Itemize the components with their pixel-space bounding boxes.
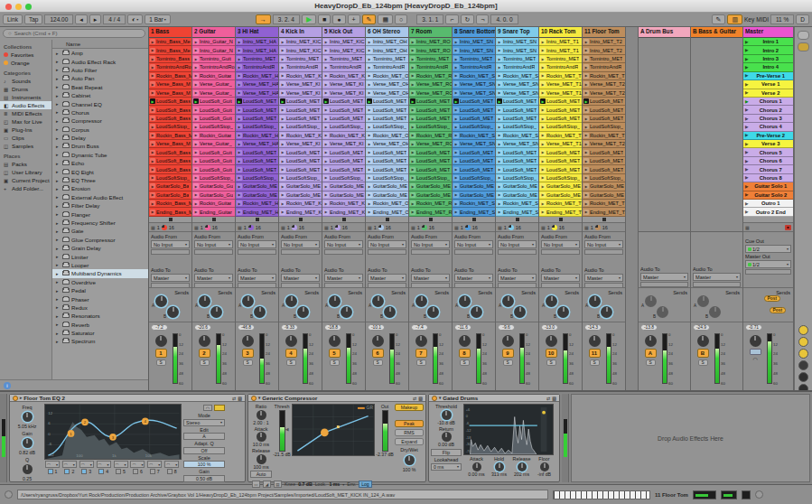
ratio-value[interactable]: 2.00 : 1	[250, 420, 272, 426]
clip-launch-icon[interactable]: ▶	[453, 56, 459, 61]
expand-arrow-icon[interactable]: ▸	[56, 186, 61, 191]
clip-launch-icon[interactable]: ▶	[367, 158, 372, 163]
audio-to-select[interactable]: Master▾	[454, 274, 493, 282]
show-crossfader-toggle[interactable]	[798, 384, 808, 390]
scene-launch-icon[interactable]: ▶	[745, 175, 748, 180]
scene-slot[interactable]: ▶Guitar Solo 1	[743, 182, 793, 191]
hold-value[interactable]: 313 ms	[491, 471, 507, 478]
track-header[interactable]: 7 Room	[409, 27, 452, 38]
clip-slot[interactable]: ▶Ending_Guitar	[192, 208, 235, 216]
clip-launch-icon[interactable]: ▶	[280, 133, 285, 138]
clip-slot[interactable]: ▶Intro_MET_KIC	[279, 46, 322, 54]
clip-launch-icon[interactable]: ▶	[150, 39, 155, 44]
clip-slot[interactable]: ▶LoudSoft_MET	[366, 115, 408, 123]
clip-slot[interactable]: ▶Rockin_MET_K	[279, 200, 322, 208]
clip-launch-icon[interactable]: ▶	[583, 167, 589, 173]
track-header[interactable]: 2 Guitar	[192, 27, 235, 38]
clip-launch-icon[interactable]: ▶	[150, 124, 155, 129]
clip-stop-button[interactable]	[386, 218, 389, 221]
scene-slot[interactable]: ▶Chorus 1	[743, 98, 793, 106]
solo-button[interactable]: S	[460, 359, 470, 366]
clip-slot[interactable]: ▶GuitarSolo_ME	[539, 182, 582, 191]
scene-slot[interactable]: ▶Chorus 3	[743, 115, 793, 123]
clip-slot[interactable]: ▶Verse_MET_T1	[539, 80, 582, 89]
clip-slot[interactable]: ▶Verse_Bass_M	[149, 89, 191, 98]
browser-device-drum-buss[interactable]: ▸Drum Buss	[52, 142, 148, 150]
clip-slot[interactable]: ▶LoudSoftStop_	[192, 174, 235, 182]
clip-launch-icon[interactable]: ▶	[583, 158, 589, 163]
clip-launch-icon[interactable]: ▶	[193, 150, 199, 155]
clip-launch-icon[interactable]: ▶	[583, 141, 589, 146]
punch-out-button[interactable]: ¬	[476, 14, 489, 24]
clip-slot[interactable]: ▶Rockin_MET_O	[366, 132, 408, 140]
clip-slot[interactable]: ▶GuitarSolo_ME	[496, 182, 538, 191]
clip-launch-icon[interactable]: ▶	[193, 107, 199, 113]
ratio-knob[interactable]	[257, 410, 266, 420]
clip-launch-icon[interactable]: ▶	[367, 192, 372, 198]
clip-stop-button[interactable]	[429, 218, 433, 221]
clip-launch-icon[interactable]: ▶	[323, 183, 329, 189]
scene-slot[interactable]: ▶Chorus 7	[743, 165, 793, 173]
track-header[interactable]: 5 Kick Out	[322, 27, 365, 38]
audio-to-select[interactable]: Master▾	[238, 274, 276, 282]
audio-to-select[interactable]: Master▾	[640, 273, 688, 281]
clip-launch-icon[interactable]: ▶	[583, 81, 589, 87]
clip-launch-icon[interactable]: ▶	[280, 107, 285, 113]
link-button[interactable]: Link	[3, 14, 23, 24]
clip-slot[interactable]: ▶Rockin_Guitar	[192, 132, 235, 140]
clip-launch-icon[interactable]: ▶	[323, 175, 329, 181]
dry-wet-knob[interactable]	[405, 455, 415, 465]
clip-stop-button[interactable]	[299, 218, 303, 221]
clip-slot[interactable]: ▶Rockin_Guitar	[192, 72, 235, 80]
clip-slot[interactable]: ▶Tomintro_MET	[453, 55, 495, 63]
floor-knob[interactable]	[540, 462, 549, 471]
clip-slot[interactable]: ▶LoudSoft_MET	[322, 148, 365, 156]
audio-from-select[interactable]: No Input▾	[411, 240, 450, 248]
clip-slot[interactable]: ▶LoudSoft_Bass	[149, 157, 191, 165]
clip-slot[interactable]: ▶Intro_Guitar_N	[192, 38, 235, 46]
browser-device-flanger[interactable]: ▸Flanger	[52, 210, 148, 218]
hold-knob[interactable]	[495, 462, 504, 471]
band-enable-checkbox[interactable]	[98, 469, 104, 474]
clip-slot[interactable]: ▶LoudSoft_MET	[366, 165, 408, 173]
volume-display[interactable]: -11.6	[454, 324, 471, 331]
clip-launch-icon[interactable]: ▶	[453, 158, 459, 163]
browser-device-audio-effect-rack[interactable]: ▸Audio Effect Rack	[52, 57, 148, 65]
clip-launch-icon[interactable]: ▶	[193, 81, 199, 87]
clip-slot[interactable]: ▶TomintroAndR	[539, 63, 582, 71]
pan-knob[interactable]	[502, 335, 514, 347]
clip-launch-icon[interactable]: ▶	[410, 210, 415, 215]
clip-slot[interactable]: ▶Rockin_MET_R	[409, 132, 452, 140]
clip-slot[interactable]: ▶Ending_MET_T	[539, 208, 582, 216]
band-enable-checkbox[interactable]	[167, 469, 173, 474]
loop-start-display[interactable]: 3. 1. 1	[416, 14, 443, 24]
attack-knob[interactable]	[472, 462, 481, 471]
clip-slot[interactable]: ▶Verse_MET_SN	[496, 89, 538, 98]
clip-launch-icon[interactable]: ▶	[367, 64, 372, 70]
clip-launch-icon[interactable]: ▶	[237, 107, 242, 113]
clip-slot[interactable]: ▶LoudSoftStop_	[322, 174, 365, 182]
device-fold-icon[interactable]: ▾	[258, 396, 260, 400]
clip-slot[interactable]: ▶LoudSoft_MET	[453, 148, 495, 156]
clip-launch-icon[interactable]: ▶	[497, 39, 502, 44]
clip-stop-button[interactable]	[472, 218, 476, 221]
volume-display[interactable]: -9.33	[281, 324, 298, 331]
out-value[interactable]: -2.37 dB	[376, 452, 394, 458]
send-a-knob[interactable]	[155, 295, 167, 307]
clip-slot[interactable]: ▶Verse_MET_KI	[322, 140, 365, 148]
send-b-knob[interactable]	[384, 306, 396, 318]
clip-slot[interactable]: ▶Rockin_MET_S	[453, 132, 495, 140]
clip-slot[interactable]: ▶Rockin_MET_S	[496, 200, 538, 208]
clip-slot[interactable]: ▶Verse_MET_RO	[409, 80, 452, 89]
volume-display[interactable]: -13.8	[640, 324, 658, 331]
scene-launch-icon[interactable]: ▶	[745, 99, 748, 104]
clip-slot[interactable]: ▶LoudSoft_MET	[496, 115, 538, 123]
audio-to-select[interactable]: Master▾	[151, 274, 190, 282]
clip-slot[interactable]: ▶GuitarSolo_ME	[322, 182, 365, 191]
clip-launch-icon[interactable]: ▶	[583, 124, 589, 129]
clip-slot[interactable]: ▶Ending_MET_R	[409, 208, 452, 216]
clip-slot[interactable]: ▶Rockin_Bass_M	[149, 72, 191, 80]
clip-slot[interactable]: ▶TomintroAndR	[496, 63, 538, 71]
track-activator-button[interactable]: 3	[242, 349, 254, 358]
band-enable-checkbox[interactable]	[150, 469, 155, 474]
